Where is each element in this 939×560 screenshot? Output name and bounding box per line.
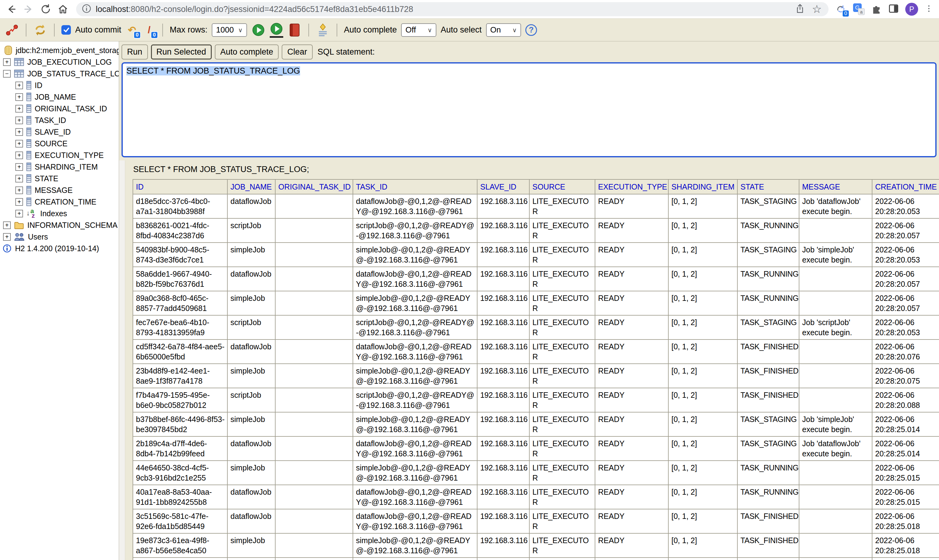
disconnect-icon[interactable] bbox=[5, 23, 19, 37]
expand-icon[interactable]: + bbox=[3, 58, 11, 66]
cell-task: dataflowJob@-@0,1,2@-@READY@-@192.168.3.… bbox=[353, 267, 477, 291]
cell-source: LITE_EXECUTOR bbox=[529, 436, 595, 461]
expand-icon[interactable]: + bbox=[15, 163, 23, 171]
cell-source: LITE_EXECUTOR bbox=[529, 557, 595, 560]
auto-select-select[interactable]: On bbox=[486, 23, 521, 37]
tree-item-column-slave_id[interactable]: + SLAVE_ID bbox=[0, 126, 119, 138]
side-panel-icon[interactable] bbox=[888, 3, 899, 15]
cell-shard: [0, 1, 2] bbox=[668, 218, 737, 243]
cell-state: TASK_STAGING bbox=[737, 557, 799, 560]
cell-orig bbox=[275, 557, 353, 560]
tab-sync-extension-icon[interactable]: 0 bbox=[835, 3, 847, 15]
translate-extension-icon[interactable]: Ga bbox=[853, 3, 865, 15]
cell-orig bbox=[275, 291, 353, 315]
cell-source: LITE_EXECUTOR bbox=[529, 243, 595, 267]
tree-item-column-message[interactable]: + MESSAGE bbox=[0, 184, 119, 196]
auto-complete-button[interactable]: Auto complete bbox=[215, 45, 279, 60]
clear-button[interactable]: Clear bbox=[282, 45, 313, 60]
expand-icon[interactable]: + bbox=[15, 128, 23, 136]
auto-select-label: Auto select bbox=[441, 25, 482, 35]
expand-icon[interactable]: + bbox=[15, 186, 23, 194]
url-text: localhost:8080/h2-console/login.do?jsess… bbox=[96, 5, 791, 14]
tree-item-label: JOB_STATUS_TRACE_LOG bbox=[27, 69, 119, 78]
content: jdbc:h2:mem:job_event_storage + JOB_EXEC… bbox=[0, 42, 939, 560]
tree-item-column-id[interactable]: + ID bbox=[0, 79, 119, 91]
tree-item-column-original_task_id[interactable]: + ORIGINAL_TASK_ID bbox=[0, 103, 119, 114]
tree-item-indexes[interactable]: + ↓az Indexes bbox=[0, 208, 119, 219]
tree-item-column-execution_type[interactable]: + EXECUTION_TYPE bbox=[0, 149, 119, 161]
cell-job: dataflowJob bbox=[227, 485, 275, 509]
expand-icon[interactable]: + bbox=[15, 151, 23, 159]
sql-editor[interactable]: SELECT * FROM JOB_STATUS_TRACE_LOG bbox=[122, 62, 936, 157]
extensions-puzzle-icon[interactable] bbox=[871, 3, 882, 15]
expand-icon[interactable]: + bbox=[15, 175, 23, 183]
max-rows-select[interactable]: 1000 bbox=[212, 23, 247, 37]
help-icon[interactable] bbox=[525, 24, 537, 36]
screen: localhost:8080/h2-console/login.do?jsess… bbox=[0, 0, 939, 560]
tree-item-column-creation_time[interactable]: + CREATION_TIME bbox=[0, 196, 119, 208]
expand-icon[interactable]: + bbox=[15, 210, 23, 217]
refresh-tree-icon[interactable] bbox=[33, 23, 47, 37]
collapse-icon[interactable]: − bbox=[3, 70, 11, 78]
tree-item-database[interactable]: jdbc:h2:mem:job_event_storage bbox=[0, 45, 119, 56]
browser-menu-icon[interactable] bbox=[924, 3, 933, 15]
tree-item-users[interactable]: + Users bbox=[0, 231, 119, 243]
expand-icon[interactable]: + bbox=[3, 222, 11, 229]
tree-item-job-execution-log[interactable]: + JOB_EXECUTION_LOG bbox=[0, 56, 119, 68]
expand-icon[interactable]: + bbox=[15, 117, 23, 124]
expand-icon[interactable]: + bbox=[15, 82, 23, 89]
auto-commit-checkbox[interactable] bbox=[62, 25, 71, 35]
column-icon bbox=[26, 81, 31, 89]
cell-msg bbox=[799, 340, 872, 364]
tree-item-column-state[interactable]: + STATE bbox=[0, 173, 119, 184]
h2-toolbar: Auto commit ↶ 0 / 0 Max rows: 1000 Auto … bbox=[0, 18, 939, 42]
forward-icon[interactable] bbox=[22, 2, 35, 16]
site-info-icon[interactable] bbox=[82, 4, 91, 15]
expand-icon[interactable]: + bbox=[15, 105, 23, 112]
tree-item-column-sharding_item[interactable]: + SHARDING_ITEM bbox=[0, 161, 119, 173]
autocomplete-toggle-icon[interactable] bbox=[316, 23, 330, 37]
col-header-id: ID bbox=[133, 179, 227, 194]
cell-time: 2022-06-06 20:28:20.057 bbox=[872, 291, 939, 315]
run-button[interactable]: Run bbox=[122, 45, 148, 60]
rollback-icon[interactable]: / 0 bbox=[143, 23, 156, 37]
cell-exec: READY bbox=[595, 243, 668, 267]
share-icon[interactable] bbox=[795, 3, 805, 15]
cell-id: b8368261-0021-4fdc-8fbd-40834c2387d6 bbox=[133, 218, 227, 243]
run-selected-icon[interactable] bbox=[270, 22, 283, 38]
tree-item-column-task_id[interactable]: + TASK_ID bbox=[0, 114, 119, 126]
expand-icon[interactable]: + bbox=[15, 140, 23, 148]
cell-id: 23b4d8f9-e142-4ee1-8ae9-1f3f877a4178 bbox=[133, 364, 227, 388]
tree-item-version: H2 1.4.200 (2019-10-14) bbox=[0, 243, 119, 254]
cancel-icon[interactable] bbox=[288, 23, 302, 37]
cell-time: 2022-06-06 20:28:20.088 bbox=[872, 388, 939, 412]
tree-item-information-schema[interactable]: + INFORMATION_SCHEMA bbox=[0, 219, 119, 231]
tree-item-column-job_name[interactable]: + JOB_NAME bbox=[0, 91, 119, 103]
run-selected-button[interactable]: Run Selected bbox=[151, 45, 212, 60]
cell-state: TASK_RUNNING bbox=[737, 218, 799, 243]
cell-source: LITE_EXECUTOR bbox=[529, 364, 595, 388]
auto-complete-select[interactable]: Off bbox=[401, 23, 436, 37]
expand-icon[interactable]: + bbox=[15, 93, 23, 101]
back-icon[interactable] bbox=[4, 2, 19, 16]
run-icon[interactable] bbox=[251, 23, 265, 37]
cell-task: dataflowJob@-@0,1,2@-@READY@-@192.168.3.… bbox=[353, 509, 477, 533]
info-icon bbox=[3, 244, 12, 253]
expand-icon[interactable]: + bbox=[3, 233, 11, 241]
tree-item-job-status-trace-log[interactable]: − JOB_STATUS_TRACE_LOG bbox=[0, 68, 119, 79]
expand-icon[interactable]: + bbox=[15, 198, 23, 206]
url-bar[interactable]: localhost:8080/h2-console/login.do?jsess… bbox=[76, 2, 828, 16]
tree-item-column-source[interactable]: + SOURCE bbox=[0, 138, 119, 149]
column-icon bbox=[26, 197, 31, 206]
home-icon[interactable] bbox=[56, 2, 70, 16]
cell-id: 480cc7ce-fea8-400c-87a3-1fd510eb1797 bbox=[133, 557, 227, 560]
profile-avatar[interactable]: P bbox=[905, 3, 918, 15]
cell-time: 2022-06-06 20:28:20.053 bbox=[872, 194, 939, 218]
bookmark-star-icon[interactable]: ☆ bbox=[812, 4, 822, 15]
cell-orig bbox=[275, 485, 353, 509]
reload-icon[interactable] bbox=[39, 2, 53, 16]
cell-source: LITE_EXECUTOR bbox=[529, 315, 595, 340]
table-row: 40a17ea8-8a53-40aa-91d1-1bb8924255b8data… bbox=[133, 485, 939, 509]
cell-task: dataflowJob@-@0,1,2@-@READY@-@192.168.3.… bbox=[353, 340, 477, 364]
commit-icon[interactable]: ↶ 0 bbox=[125, 23, 139, 37]
